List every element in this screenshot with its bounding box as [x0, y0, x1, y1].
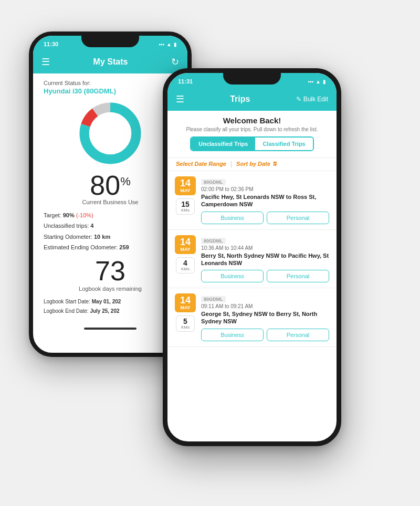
- date-range-filter[interactable]: Select Date Range: [176, 161, 226, 167]
- odometer-row: Starting Odometer: 10 km: [44, 233, 177, 241]
- phone2-body: Welcome Back! Please classify all your t…: [167, 111, 337, 441]
- menu-icon-1[interactable]: ☰: [41, 56, 50, 68]
- tab-toggle: Unclassified Trips Classified Trips: [190, 136, 313, 151]
- vehicle-name: Hyundai i30 (80GDML): [44, 87, 177, 95]
- phone2-trips: 11:31 ▪▪▪ ▲ ▮ ☰ Trips ✎ Bulk Edit Welcom…: [163, 68, 341, 446]
- logbook-days-label: Logbook days remaining: [44, 286, 177, 292]
- trip-route-2: Berry St, North Sydney NSW to Pacific Hw…: [201, 252, 329, 267]
- km-badge-2: 4 KMs: [176, 257, 195, 273]
- header-bar-1: ☰ My Stats ↻: [33, 50, 187, 73]
- time-1: 11:30: [44, 41, 58, 47]
- notch1: [81, 36, 139, 47]
- logbook-end: Logbook End Date: July 25, 202: [44, 307, 177, 316]
- donut-chart-container: [44, 99, 177, 167]
- trip-badges-3: 14 May 5 KMs: [175, 293, 196, 332]
- business-percent-label: Current Business Use: [44, 199, 177, 205]
- classify-btns-3: Business Personal: [201, 329, 329, 341]
- trip-details-2: 80GDML 10:36 AM to 10:44 AM Berry St, No…: [201, 235, 329, 283]
- current-status-label: Current Status for:: [44, 80, 177, 86]
- menu-icon-2[interactable]: ☰: [176, 93, 184, 105]
- trip-card-3: 14 May 5 KMs 80GDML 09:11 AM to 09:21 AM…: [167, 288, 337, 347]
- welcome-subtitle: Please classify all your trips. Pull dow…: [176, 126, 328, 132]
- km-badge-3: 5 KMs: [176, 315, 195, 332]
- business-btn-1[interactable]: Business: [201, 212, 264, 224]
- edit-icon: ✎: [296, 96, 301, 103]
- trip-plate-3: 80GDML: [201, 296, 226, 302]
- trips-list: 14 May 15 KMs 80GDML 02:00 PM to 02:36 P…: [167, 171, 337, 434]
- donut-chart-svg: [76, 99, 144, 167]
- trip-details-3: 80GDML 09:11 AM to 09:21 AM George St, S…: [201, 293, 329, 341]
- personal-btn-3[interactable]: Personal: [267, 329, 329, 341]
- km-badge-1: 15 KMs: [176, 198, 195, 215]
- welcome-section: Welcome Back! Please classify all your t…: [167, 111, 337, 158]
- trip-time-1: 02:00 PM to 02:36 PM: [201, 186, 329, 192]
- classified-tab[interactable]: Classified Trips: [255, 138, 312, 150]
- personal-btn-2[interactable]: Personal: [267, 270, 329, 282]
- bulk-edit-button[interactable]: ✎ Bulk Edit: [296, 96, 328, 103]
- status-icons-1: ▪▪▪ ▲ ▮: [159, 41, 177, 47]
- refresh-icon-1[interactable]: ↻: [171, 56, 179, 68]
- page-title-2: Trips: [184, 94, 296, 104]
- notch2: [223, 73, 281, 85]
- sort-by-filter[interactable]: Sort by Date ⇅: [236, 161, 277, 167]
- unclassified-tab[interactable]: Unclassified Trips: [191, 138, 255, 150]
- business-btn-3[interactable]: Business: [201, 329, 264, 341]
- status-icons-2: ▪▪▪ ▲ ▮: [308, 79, 326, 85]
- home-indicator-2: [167, 441, 337, 446]
- personal-btn-1[interactable]: Personal: [267, 212, 329, 224]
- date-badge-3: 14 May: [175, 293, 196, 312]
- date-badge-1: 14 May: [175, 176, 196, 195]
- header-bar-2: ☰ Trips ✎ Bulk Edit: [167, 88, 337, 111]
- trip-details-1: 80GDML 02:00 PM to 02:36 PM Pacific Hwy,…: [201, 176, 329, 224]
- logbook-start: Logbook Start Date: May 01, 202: [44, 297, 177, 307]
- trip-plate-2: 80GDML: [201, 238, 226, 244]
- signal-icon-1: ▪▪▪: [159, 41, 164, 47]
- trip-route-1: Pacific Hwy, St Leonards NSW to Ross St,…: [201, 193, 329, 208]
- business-btn-2[interactable]: Business: [201, 270, 264, 282]
- date-badge-2: 14 May: [175, 235, 196, 254]
- ending-odometer-row: Estimated Ending Odometer: 259: [44, 244, 177, 251]
- trip-badges-2: 14 May 4 KMs: [175, 235, 196, 273]
- wifi-icon-2: ▲: [316, 79, 321, 85]
- page-title-1: My Stats: [50, 57, 171, 67]
- target-row: Target: 90% (-10%): [44, 212, 177, 219]
- trip-route-3: George St, Sydney NSW to Berry St, North…: [201, 310, 329, 325]
- business-percent: 80%: [44, 172, 177, 199]
- trip-card-1: 14 May 15 KMs 80GDML 02:00 PM to 02:36 P…: [167, 171, 337, 230]
- battery-icon-2: ▮: [323, 79, 326, 85]
- trip-time-3: 09:11 AM to 09:21 AM: [201, 303, 329, 309]
- classify-btns-1: Business Personal: [201, 212, 329, 224]
- time-2: 11:31: [178, 78, 193, 85]
- trip-badges-1: 14 May 15 KMs: [175, 176, 196, 215]
- filter-row: Select Date Range | Sort by Date ⇅: [167, 158, 337, 171]
- logbook-dates: Logbook Start Date: May 01, 202 Logbook …: [44, 297, 177, 316]
- battery-icon-1: ▮: [174, 41, 177, 47]
- trip-card-2: 14 May 4 KMs 80GDML 10:36 AM to 10:44 AM…: [167, 230, 337, 289]
- trip-time-2: 10:36 AM to 10:44 AM: [201, 245, 329, 251]
- unclassified-trips-row: Unclassified trips: 4: [44, 222, 177, 230]
- classify-btns-2: Business Personal: [201, 270, 329, 282]
- sort-icon: ⇅: [272, 161, 277, 167]
- signal-icon-2: ▪▪▪: [308, 79, 313, 85]
- welcome-title: Welcome Back!: [176, 116, 328, 125]
- wifi-icon-1: ▲: [166, 41, 172, 47]
- home-bar-1: [84, 328, 136, 330]
- trip-plate-1: 80GDML: [201, 179, 226, 185]
- filter-divider: |: [230, 160, 232, 167]
- logbook-days-number: 73: [44, 257, 177, 284]
